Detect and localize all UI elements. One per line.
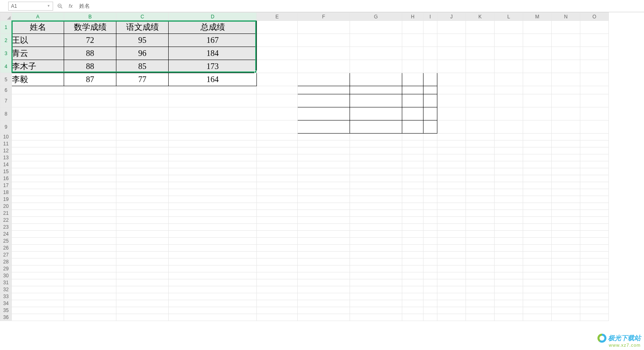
cell-J16[interactable]: [437, 175, 466, 182]
cell-F23[interactable]: [298, 224, 350, 231]
cell-J29[interactable]: [437, 265, 466, 272]
cell-K35[interactable]: [466, 307, 495, 314]
cell-K17[interactable]: [466, 182, 495, 189]
cell-C21[interactable]: [116, 210, 169, 217]
cell-B33[interactable]: [64, 293, 116, 300]
cell-D30[interactable]: [169, 272, 257, 279]
cell-O19[interactable]: [580, 196, 609, 203]
cell-H32[interactable]: [402, 286, 423, 293]
cell-M14[interactable]: [523, 161, 552, 168]
cell-B32[interactable]: [64, 286, 116, 293]
cell-B20[interactable]: [64, 203, 116, 210]
row-header-24[interactable]: 24: [0, 231, 12, 238]
col-header-A[interactable]: A: [12, 13, 64, 21]
cell-K11[interactable]: [466, 140, 495, 147]
col-header-B[interactable]: B: [64, 13, 116, 21]
cell-G11[interactable]: [350, 140, 402, 147]
cell-F21[interactable]: [298, 210, 350, 217]
cell-O34[interactable]: [580, 300, 609, 307]
cell-A32[interactable]: [12, 286, 64, 293]
cell-D10[interactable]: [169, 134, 257, 140]
cell-O18[interactable]: [580, 189, 609, 196]
cell-G7[interactable]: [350, 94, 402, 107]
cell-I9[interactable]: [423, 120, 437, 134]
cell-I3[interactable]: [423, 47, 437, 60]
cell-H33[interactable]: [402, 293, 423, 300]
cell-J22[interactable]: [437, 217, 466, 224]
cell-B6[interactable]: [64, 86, 116, 94]
cell-K29[interactable]: [466, 265, 495, 272]
cell-E4[interactable]: [257, 60, 298, 73]
cell-E26[interactable]: [257, 245, 298, 252]
cell-J34[interactable]: [437, 300, 466, 307]
cell-B7[interactable]: [64, 94, 116, 107]
cell-K10[interactable]: [466, 134, 495, 140]
cell-C11[interactable]: [116, 140, 169, 147]
col-header-K[interactable]: K: [466, 13, 495, 21]
cell-M11[interactable]: [523, 140, 552, 147]
cell-K7[interactable]: [466, 94, 495, 107]
cell-K6[interactable]: [466, 86, 495, 94]
cell-M24[interactable]: [523, 231, 552, 238]
cell-J3[interactable]: [437, 47, 466, 60]
row-header-26[interactable]: 26: [0, 245, 12, 252]
cell-J26[interactable]: [437, 245, 466, 252]
cell-C32[interactable]: [116, 286, 169, 293]
cell-D35[interactable]: [169, 307, 257, 314]
cell-G33[interactable]: [350, 293, 402, 300]
cell-G19[interactable]: [350, 196, 402, 203]
cell-I35[interactable]: [423, 307, 437, 314]
cell-G22[interactable]: [350, 217, 402, 224]
cell-B28[interactable]: [64, 259, 116, 265]
cell-M19[interactable]: [523, 196, 552, 203]
cell-J27[interactable]: [437, 252, 466, 259]
cell-N27[interactable]: [552, 252, 580, 259]
cell-N7[interactable]: [552, 94, 580, 107]
cell-H26[interactable]: [402, 245, 423, 252]
cell-I8[interactable]: [423, 107, 437, 120]
cell-G34[interactable]: [350, 300, 402, 307]
cell-G14[interactable]: [350, 161, 402, 168]
cell-O33[interactable]: [580, 293, 609, 300]
cell-O10[interactable]: [580, 134, 609, 140]
cell-I29[interactable]: [423, 265, 437, 272]
cell-J19[interactable]: [437, 196, 466, 203]
cell-M36[interactable]: [523, 314, 552, 321]
cell-L21[interactable]: [495, 210, 523, 217]
cell-O6[interactable]: [580, 86, 609, 94]
cell-E25[interactable]: [257, 238, 298, 245]
cell-I11[interactable]: [423, 140, 437, 147]
cell-K4[interactable]: [466, 60, 495, 73]
cell-G21[interactable]: [350, 210, 402, 217]
cell-F13[interactable]: [298, 154, 350, 161]
cell-B23[interactable]: [64, 224, 116, 231]
cell-G15[interactable]: [350, 168, 402, 175]
cell-H12[interactable]: [402, 147, 423, 154]
cell-C33[interactable]: [116, 293, 169, 300]
cell-M2[interactable]: [523, 34, 552, 47]
cell-B8[interactable]: [64, 107, 116, 120]
cell-N20[interactable]: [552, 203, 580, 210]
cell-H18[interactable]: [402, 189, 423, 196]
cell-F18[interactable]: [298, 189, 350, 196]
select-all-corner[interactable]: [0, 13, 12, 21]
cell-F26[interactable]: [298, 245, 350, 252]
cell-C19[interactable]: [116, 196, 169, 203]
cell-B31[interactable]: [64, 279, 116, 286]
cell-H9[interactable]: [402, 120, 423, 134]
cell-K33[interactable]: [466, 293, 495, 300]
cell-E2[interactable]: [257, 34, 298, 47]
cell-F1[interactable]: [298, 21, 350, 34]
cell-E36[interactable]: [257, 314, 298, 321]
cell-I28[interactable]: [423, 259, 437, 265]
col-header-F[interactable]: F: [298, 13, 350, 21]
cell-K16[interactable]: [466, 175, 495, 182]
cell-H34[interactable]: [402, 300, 423, 307]
cell-L25[interactable]: [495, 238, 523, 245]
cell-O28[interactable]: [580, 259, 609, 265]
cell-F14[interactable]: [298, 161, 350, 168]
cell-H10[interactable]: [402, 134, 423, 140]
cell-C22[interactable]: [116, 217, 169, 224]
cell-M31[interactable]: [523, 279, 552, 286]
cell-D1[interactable]: 总成绩: [169, 21, 257, 34]
